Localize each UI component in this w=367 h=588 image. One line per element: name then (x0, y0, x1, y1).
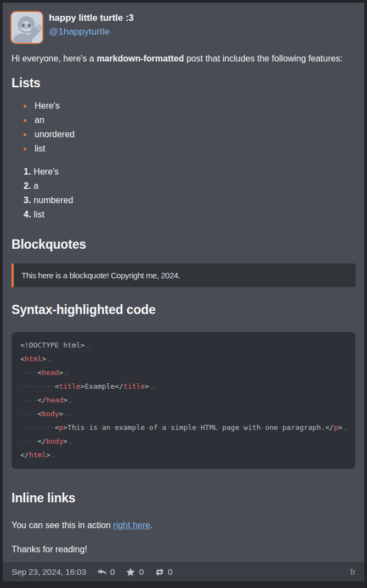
ordered-list-number: 3. (24, 195, 31, 205)
end-of-line-mark: ↵ (48, 357, 51, 363)
code-tag-token: head (42, 368, 59, 377)
links-paragraph: You can see this in action right here. (12, 518, 355, 533)
code-plain-token: an (102, 423, 111, 432)
viewport-frame: happy little turtle :3 @1happyturtle Hi … (0, 0, 367, 586)
ordered-list-text: list (33, 210, 44, 219)
code-plain-token: >This (63, 423, 84, 432)
whitespace-dots: ···· (20, 410, 37, 418)
end-of-line-mark: ↵ (65, 412, 68, 418)
timestamp-link[interactable]: Sep 23, 2024, 16:03 (12, 567, 86, 577)
star-icon (126, 567, 135, 577)
ordered-list: 1.Here's2.a3.numbered4.list (12, 165, 355, 222)
code-line: ····</head>↵ (20, 394, 347, 407)
code-line: </html>↵ (20, 449, 347, 462)
author-handle[interactable]: @1happyturtle (49, 25, 110, 39)
whitespace-dots: · (166, 423, 171, 432)
whitespace-dots: ········ (20, 423, 55, 432)
code-plain-token: <!DOCTYPE (20, 341, 59, 349)
ordered-list-number: 4. (24, 210, 31, 219)
end-of-line-mark: ↵ (151, 384, 154, 390)
code-plain-token: > (59, 410, 63, 418)
ordered-list-text: Here's (33, 167, 59, 176)
end-of-line-mark: ↵ (344, 425, 347, 432)
code-plain-token: > (145, 382, 149, 390)
author-display-name: happy little turtle :3 (49, 12, 134, 25)
ordered-list-text: numbered (33, 195, 73, 205)
code-plain-token: html> (63, 341, 84, 349)
code-plain-token: simple (171, 423, 196, 432)
unordered-list-item: unordered (24, 127, 355, 142)
unordered-list-item: Here's (24, 99, 355, 113)
code-plain-token: < (37, 410, 42, 418)
code-line: <html>↵ (20, 352, 347, 366)
post-header[interactable]: happy little turtle :3 @1happyturtle (3, 3, 364, 44)
avatar[interactable] (10, 11, 43, 44)
code-line: ········<p>This·is·an·example·of·a·simpl… (20, 421, 347, 435)
intro-text-bold: markdown-formatted (97, 54, 184, 63)
code-line: ····<head>↵ (20, 366, 347, 380)
code-plain-token: </ (37, 396, 46, 404)
code-plain-token: page (222, 423, 239, 432)
ordered-list-item: 3.numbered (24, 193, 355, 208)
code-plain-token: > (59, 368, 63, 377)
code-plain-token: < (20, 355, 25, 363)
whitespace-dots: · (239, 423, 244, 432)
end-of-line-mark: ↵ (65, 371, 68, 377)
code-plain-token: </ (20, 451, 29, 459)
unordered-list-item: an (24, 113, 355, 127)
intro-paragraph: Hi everyone, here's a markdown-formatted… (12, 52, 355, 66)
ordered-list-item: 1.Here's (24, 165, 355, 179)
intro-text-pre: Hi everyone, here's a (12, 54, 97, 63)
code-plain-token: example (115, 423, 145, 432)
code-plain-token: > (63, 396, 67, 404)
sloth-avatar-image (12, 12, 42, 43)
code-tag-token: body (46, 437, 63, 445)
code-tag-token: html (25, 355, 42, 363)
whitespace-dots: ···· (20, 437, 37, 445)
whitespace-dots: · (98, 423, 102, 432)
outro-paragraph: Thanks for reading! (12, 542, 355, 557)
code-plain-token: one (265, 423, 278, 432)
code-tag-token: body (42, 410, 59, 418)
favourite-count: 0 (139, 567, 144, 577)
links-text-post: . (150, 520, 153, 530)
code-plain-token: with (244, 423, 261, 432)
code-plain-token: of (149, 423, 158, 432)
language-tag: fr (351, 567, 355, 576)
code-tag-token: title (123, 382, 145, 390)
end-of-line-mark: ↵ (86, 343, 89, 349)
favourite-button[interactable]: 0 (126, 567, 144, 577)
reply-button[interactable]: 0 (97, 567, 115, 577)
whitespace-dots: · (145, 423, 149, 432)
code-line: ····<body>↵ (20, 407, 347, 421)
code-plain-token: > (46, 451, 50, 459)
author-identity: happy little turtle :3 @1happyturtle (49, 11, 134, 39)
unordered-list-item: list (24, 142, 355, 156)
code-tag-token: html (29, 451, 46, 459)
boost-button[interactable]: 0 (155, 567, 173, 577)
code-line: ····</body>↵ (20, 435, 347, 449)
right-here-link[interactable]: right here (113, 520, 150, 530)
heading-blockquotes: Blockquotes (12, 236, 355, 253)
code-block: <!DOCTYPE·html>↵<html>↵····<head>↵······… (12, 332, 355, 469)
end-of-line-mark: ↵ (52, 453, 55, 459)
whitespace-dots: ···· (20, 368, 37, 377)
code-line: ········<title>Example</title>↵ (20, 380, 347, 394)
code-plain-token: </ (37, 437, 46, 445)
whitespace-dots: ········ (20, 382, 55, 390)
code-plain-token: > (338, 423, 342, 432)
code-plain-token: paragraph.</ (283, 423, 334, 432)
code-line: <!DOCTYPE·html>↵ (20, 339, 347, 352)
boost-icon (155, 567, 165, 577)
blockquote: This here is a blockquote! Copyright me,… (12, 264, 355, 287)
code-tag-token: head (46, 396, 63, 404)
code-plain-token: < (37, 368, 42, 377)
whitespace-dots: ···· (20, 396, 37, 404)
heading-lists: Lists (12, 75, 355, 91)
post-card: happy little turtle :3 @1happyturtle Hi … (3, 3, 364, 581)
post-content: Hi everyone, here's a markdown-formatted… (3, 44, 364, 557)
ordered-list-item: 4.list (24, 208, 355, 222)
ordered-list-number: 1. (24, 167, 31, 176)
heading-inline-links: Inline links (12, 490, 355, 506)
boost-count: 0 (168, 567, 173, 577)
